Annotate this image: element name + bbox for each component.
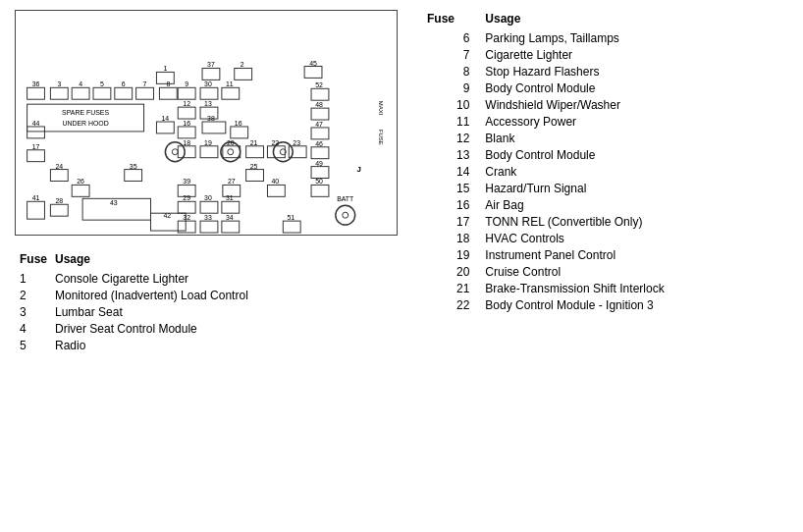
svg-text:FUSE: FUSE: [378, 130, 384, 145]
svg-rect-1: [156, 72, 174, 83]
svg-text:24: 24: [55, 163, 63, 170]
svg-text:17: 17: [32, 143, 40, 150]
svg-rect-11: [50, 87, 68, 99]
fuse-usage: Cigarette Lighter: [485, 46, 793, 63]
svg-rect-82: [311, 167, 329, 179]
svg-text:19: 19: [204, 139, 212, 146]
table-row: 21Brake-Transmission Shift Interlock: [427, 280, 793, 296]
svg-text:39: 39: [183, 178, 190, 185]
fuse-number: 18: [427, 230, 485, 246]
svg-text:30: 30: [204, 80, 212, 87]
table-row: 6Parking Lamps, Taillamps: [427, 29, 793, 46]
fuse-usage: Parking Lamps, Taillamps: [485, 29, 793, 46]
left-fuse-header: Fuse: [20, 250, 55, 270]
fuse-usage: Instrument Panel Control: [485, 246, 793, 263]
fuse-number: 19: [427, 246, 485, 263]
svg-text:6: 6: [122, 80, 126, 87]
svg-text:31: 31: [226, 194, 234, 201]
fuse-usage: Console Cigarette Lighter: [55, 270, 256, 287]
svg-rect-93: [311, 185, 329, 196]
fuse-usage: Accessory Power: [485, 113, 793, 130]
fuse-usage: Cruise Control: [485, 263, 793, 280]
svg-point-56: [228, 149, 234, 155]
svg-text:25: 25: [250, 163, 258, 170]
svg-text:46: 46: [315, 140, 323, 147]
svg-text:30: 30: [204, 194, 212, 201]
table-row: 11Accessory Power: [427, 113, 793, 130]
svg-text:37: 37: [207, 61, 215, 68]
table-row: 22Body Control Module - Ignition 3: [427, 296, 793, 313]
fuse-usage: Monitored (Inadvertent) Load Control: [55, 287, 256, 303]
svg-text:14: 14: [162, 115, 170, 122]
table-row: 1Console Cigarette Lighter: [20, 270, 256, 287]
svg-text:29: 29: [183, 194, 190, 201]
svg-rect-95: [27, 201, 45, 219]
fuse-number: 5: [20, 337, 55, 353]
svg-text:26: 26: [77, 178, 84, 185]
svg-rect-28: [200, 87, 218, 99]
svg-rect-68: [246, 146, 264, 158]
svg-rect-103: [200, 201, 218, 213]
svg-text:36: 36: [32, 80, 40, 87]
fuse-usage: Lumbar Seat: [55, 303, 256, 320]
svg-text:34: 34: [226, 214, 234, 221]
svg-rect-40: [311, 108, 329, 120]
svg-rect-85: [72, 185, 89, 196]
fuse-number: 6: [427, 29, 485, 46]
table-row: 18HVAC Controls: [427, 230, 793, 246]
svg-text:4: 4: [79, 80, 82, 87]
fuse-number: 21: [427, 280, 485, 296]
fuse-number: 4: [20, 320, 55, 337]
fuse-usage: Driver Seat Control Module: [55, 320, 256, 337]
left-panel: 1 37 2 45 36 3 4 5 6 7 8: [0, 0, 422, 532]
svg-text:MAXI: MAXI: [378, 101, 384, 116]
right-usage-header: Usage: [485, 10, 793, 29]
svg-point-117: [336, 205, 355, 225]
svg-rect-111: [200, 221, 218, 233]
svg-text:5: 5: [100, 80, 104, 87]
svg-rect-36: [178, 107, 195, 119]
fuse-number: 10: [427, 96, 485, 113]
svg-text:J: J: [356, 165, 360, 174]
svg-rect-74: [311, 147, 329, 159]
svg-text:27: 27: [228, 178, 236, 185]
fuse-usage: Blank: [485, 130, 793, 146]
fuse-usage: TONN REL (Convertible Only): [485, 213, 793, 230]
svg-rect-70: [267, 146, 285, 158]
svg-text:45: 45: [309, 60, 317, 67]
fuse-number: 12: [427, 130, 485, 146]
svg-text:28: 28: [55, 197, 63, 204]
svg-text:20: 20: [227, 139, 235, 146]
svg-rect-62: [178, 146, 195, 158]
fuse-number: 8: [427, 63, 485, 80]
svg-text:1: 1: [163, 65, 167, 72]
svg-rect-5: [235, 68, 252, 80]
svg-text:11: 11: [226, 80, 234, 87]
svg-text:22: 22: [272, 139, 280, 146]
fuse-usage: Body Control Module: [485, 146, 793, 163]
fuse-number: 3: [20, 303, 55, 320]
svg-text:49: 49: [315, 160, 323, 167]
fuse-number: 9: [427, 80, 485, 96]
svg-rect-91: [267, 185, 285, 196]
table-row: 10Windshield Wiper/Washer: [427, 96, 793, 113]
svg-text:2: 2: [241, 61, 244, 68]
svg-text:38: 38: [207, 115, 215, 122]
svg-rect-7: [304, 67, 322, 79]
fuse-usage: Body Control Module: [485, 80, 793, 96]
svg-rect-3: [202, 68, 220, 80]
fuse-number: 7: [427, 46, 485, 63]
svg-rect-32: [311, 88, 329, 100]
svg-rect-19: [136, 87, 154, 99]
fuse-number: 22: [427, 296, 485, 313]
svg-rect-60: [27, 150, 45, 162]
svg-text:50: 50: [315, 178, 323, 185]
svg-rect-44: [156, 122, 174, 133]
table-row: 5Radio: [20, 337, 256, 353]
svg-text:44: 44: [32, 120, 40, 127]
left-fuse-table: Fuse Usage 1Console Cigarette Lighter2Mo…: [15, 250, 412, 353]
fuse-usage: Stop Hazard Flashers: [485, 63, 793, 80]
svg-rect-17: [115, 87, 133, 99]
svg-rect-101: [178, 201, 195, 213]
svg-rect-76: [50, 170, 68, 182]
